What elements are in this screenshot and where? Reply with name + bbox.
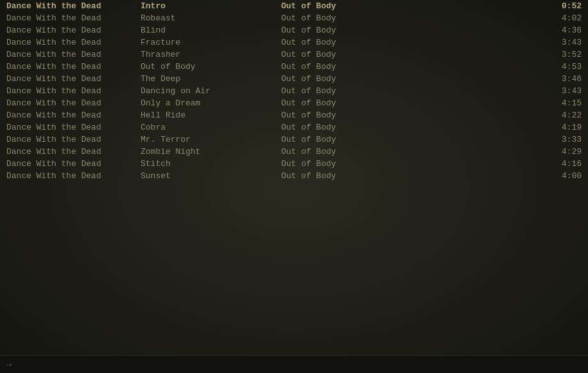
track-title: Only a Dream (134, 98, 275, 108)
header-duration: 0:52 (543, 1, 582, 11)
track-title: Fracture (134, 38, 275, 47)
track-duration: 4:53 (543, 62, 582, 72)
track-album: Out of Body (275, 26, 543, 35)
track-artist: Dance With the Dead (6, 171, 134, 181)
table-row[interactable]: Dance With the DeadThrasherOut of Body3:… (0, 49, 588, 61)
track-album: Out of Body (275, 147, 543, 156)
track-title: Sunset (134, 171, 275, 181)
track-album: Out of Body (275, 135, 543, 144)
track-artist: Dance With the Dead (6, 62, 134, 72)
track-artist: Dance With the Dead (6, 50, 134, 59)
track-album: Out of Body (275, 50, 543, 59)
track-duration: 4:29 (543, 147, 582, 156)
track-duration: 4:19 (543, 123, 582, 132)
track-title: Out of Body (134, 62, 275, 72)
track-album: Out of Body (275, 159, 543, 169)
track-duration: 3:46 (543, 74, 582, 84)
header-album: Out of Body (275, 1, 543, 11)
track-title: Cobra (134, 123, 275, 132)
track-artist: Dance With the Dead (6, 123, 134, 132)
track-title: Mr. Terror (134, 135, 275, 144)
table-row[interactable]: Dance With the DeadCobraOut of Body4:19 (0, 121, 588, 133)
table-header: Dance With the Dead Intro Out of Body 0:… (0, 0, 588, 12)
table-row[interactable]: Dance With the DeadRobeastOut of Body4:0… (0, 12, 588, 24)
track-title: The Deep (134, 74, 275, 84)
bottom-bar: → (0, 355, 588, 373)
table-row[interactable]: Dance With the DeadZombie NightOut of Bo… (0, 146, 588, 158)
track-duration: 4:22 (543, 110, 582, 120)
track-album: Out of Body (275, 38, 543, 47)
track-title: Zombie Night (134, 147, 275, 156)
track-artist: Dance With the Dead (6, 38, 134, 47)
track-album: Out of Body (275, 110, 543, 120)
track-artist: Dance With the Dead (6, 159, 134, 169)
track-artist: Dance With the Dead (6, 26, 134, 35)
arrow-icon: → (6, 360, 12, 370)
table-row[interactable]: Dance With the DeadOnly a DreamOut of Bo… (0, 97, 588, 109)
track-duration: 4:36 (543, 26, 582, 35)
track-title: Hell Ride (134, 110, 275, 120)
track-duration: 3:43 (543, 38, 582, 47)
table-row[interactable]: Dance With the DeadBlindOut of Body4:36 (0, 24, 588, 36)
track-duration: 3:52 (543, 50, 582, 59)
track-album: Out of Body (275, 98, 543, 108)
table-row[interactable]: Dance With the DeadFractureOut of Body3:… (0, 36, 588, 49)
table-row[interactable]: Dance With the DeadDancing on AirOut of … (0, 85, 588, 97)
track-album: Out of Body (275, 86, 543, 96)
track-album: Out of Body (275, 13, 543, 23)
track-title: Robeast (134, 13, 275, 23)
track-list: Dance With the Dead Intro Out of Body 0:… (0, 0, 588, 182)
header-artist: Dance With the Dead (6, 1, 134, 11)
track-duration: 3:33 (543, 135, 582, 144)
track-album: Out of Body (275, 123, 543, 132)
table-row[interactable]: Dance With the DeadHell RideOut of Body4… (0, 109, 588, 121)
table-row[interactable]: Dance With the DeadSunsetOut of Body4:00 (0, 170, 588, 182)
track-artist: Dance With the Dead (6, 74, 134, 84)
track-artist: Dance With the Dead (6, 86, 134, 96)
track-title: Blind (134, 26, 275, 35)
table-row[interactable]: Dance With the DeadMr. TerrorOut of Body… (0, 133, 588, 146)
track-duration: 4:02 (543, 13, 582, 23)
table-row[interactable]: Dance With the DeadStitchOut of Body4:16 (0, 158, 588, 170)
track-album: Out of Body (275, 171, 543, 181)
track-duration: 4:15 (543, 98, 582, 108)
track-title: Stitch (134, 159, 275, 169)
track-title: Thrasher (134, 50, 275, 59)
track-album: Out of Body (275, 74, 543, 84)
track-duration: 4:16 (543, 159, 582, 169)
track-duration: 4:00 (543, 171, 582, 181)
table-row[interactable]: Dance With the DeadOut of BodyOut of Bod… (0, 61, 588, 73)
track-artist: Dance With the Dead (6, 110, 134, 120)
table-row[interactable]: Dance With the DeadThe DeepOut of Body3:… (0, 73, 588, 85)
track-artist: Dance With the Dead (6, 147, 134, 156)
track-duration: 3:43 (543, 86, 582, 96)
track-album: Out of Body (275, 62, 543, 72)
track-title: Dancing on Air (134, 86, 275, 96)
track-artist: Dance With the Dead (6, 98, 134, 108)
track-artist: Dance With the Dead (6, 13, 134, 23)
track-artist: Dance With the Dead (6, 135, 134, 144)
header-title: Intro (134, 1, 275, 11)
